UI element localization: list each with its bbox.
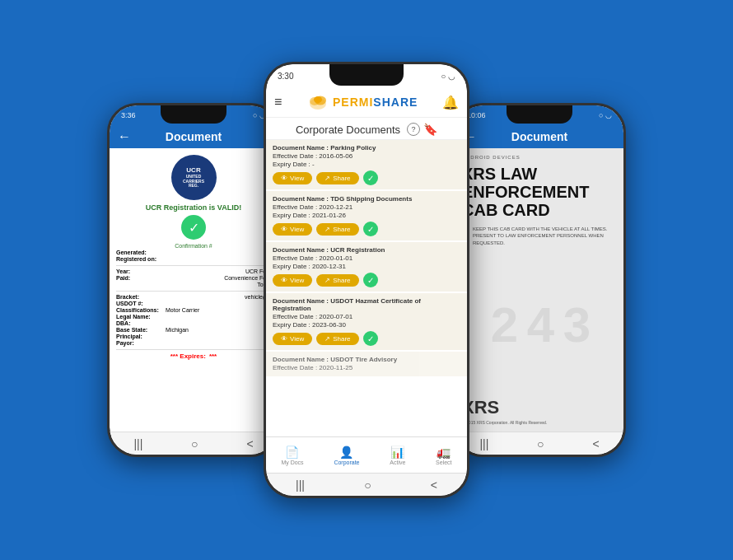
separator-3 <box>116 349 271 350</box>
doc-name-2: Document Name : UCR Registration <box>273 246 460 254</box>
view-btn-1[interactable]: 👁 View <box>273 223 312 236</box>
principal-row: Principal: <box>116 334 271 339</box>
payor-row: Payor: <box>116 340 271 346</box>
ucr-logo-inner: UCR UNITEDCARRIERSREG. <box>183 166 204 188</box>
check-green-3: ✓ <box>363 331 378 346</box>
dba-label: DBA: <box>116 320 166 326</box>
back-icon[interactable]: ← <box>118 129 131 144</box>
right-nav-menu[interactable]: ||| <box>479 437 488 450</box>
phone-left: 3:36 ○ ◡ ← Document UCR UNITEDCARRIERSRE… <box>107 103 280 457</box>
usdot-row: USDOT #: <box>116 301 271 306</box>
share-icon-0: ↗ <box>324 175 330 182</box>
share-btn-2[interactable]: ↗ Share <box>316 274 358 287</box>
bottom-nav-active[interactable]: 📊 Active <box>390 446 405 465</box>
left-time: 3:36 <box>121 111 136 119</box>
share-icon-2: ↗ <box>324 277 330 284</box>
right-nav-back[interactable]: < <box>592 437 599 450</box>
principal-label: Principal: <box>116 334 166 339</box>
check-green-2: ✓ <box>363 273 378 287</box>
doc-actions-0: 👁 View ↗ Share ✓ <box>273 170 460 185</box>
brand-svg-icon <box>306 91 329 114</box>
check-circle: ✓ <box>181 215 206 240</box>
doc-name-4: Document Name : USDOT Tire Advisory <box>273 356 460 363</box>
payor-label: Payor: <box>116 340 166 346</box>
share-btn-1[interactable]: ↗ Share <box>316 223 358 236</box>
eye-icon-3: 👁 <box>281 335 287 343</box>
center-screen: 3:30 ○ ◡ ≡ PERMISHARE <box>266 64 467 496</box>
right-screen: 10:06 ○ ◡ ← Document ANDROID DEVICES XRS… <box>455 105 623 455</box>
bottom-nav-select[interactable]: 🚛 Select <box>436 446 451 465</box>
view-btn-2[interactable]: 👁 View <box>273 274 312 287</box>
active-icon: 📊 <box>390 446 404 459</box>
doc-item-2: Document Name : UCR Registration Effecti… <box>266 242 467 292</box>
center-nav-back[interactable]: < <box>431 478 437 492</box>
left-header: ← Document <box>110 125 278 148</box>
right-nav-home[interactable]: ○ <box>537 437 544 450</box>
doc-item-4: Document Name : USDOT Tire Advisory Effe… <box>266 352 467 376</box>
generated-row: Generated: <box>116 250 271 255</box>
generated-label: Generated: <box>116 250 166 255</box>
left-header-title: Document <box>166 130 222 143</box>
separator-2 <box>116 291 271 292</box>
xrs-logo-text: XRS <box>462 397 617 418</box>
help-icon[interactable]: ? <box>407 123 420 136</box>
center-bottom-nav: 📄 My Docs 👤 Corporate 📊 Active 🚛 Select <box>266 436 467 473</box>
separator-1 <box>116 265 271 266</box>
paid-label: Paid: <box>116 275 166 281</box>
right-status-icons: ○ ◡ <box>599 111 612 119</box>
center-nav-home[interactable]: ○ <box>364 478 371 492</box>
doc-name-0: Document Name : Parking Policy <box>273 144 460 152</box>
center-top-bar: ≡ PERMISHARE 🔔 <box>266 87 467 118</box>
phone-center: 3:30 ○ ◡ ≡ PERMISHARE <box>264 62 469 498</box>
doc-actions-2: 👁 View ↗ Share ✓ <box>273 273 460 287</box>
conf-num: Confirmation # <box>175 243 212 249</box>
dba-row: DBA: <box>116 320 271 326</box>
share-btn-3[interactable]: ↗ Share <box>316 333 358 345</box>
center-notch <box>329 64 404 86</box>
corporate-label: Corporate <box>334 460 359 465</box>
center-nav-menu[interactable]: ||| <box>296 478 305 492</box>
bottom-nav-mydocs[interactable]: 📄 My Docs <box>281 446 303 465</box>
doc-effective-4: Effective Date : 2020-11-25 <box>273 364 460 371</box>
xrs-big-numbers: 2 4 3 <box>462 253 617 397</box>
brand-share: SHARE <box>373 96 418 109</box>
check-green-1: ✓ <box>363 222 378 236</box>
notification-bell-icon[interactable]: 🔔 <box>442 95 459 110</box>
doc-item-1: Document Name : TDG Shipping Documents E… <box>266 191 467 240</box>
base-row: Base State: Michigan <box>116 327 271 333</box>
expires-row: *** Expires: *** <box>170 352 217 360</box>
right-notch <box>507 105 572 124</box>
phone-right: 10:06 ○ ◡ ← Document ANDROID DEVICES XRS… <box>453 103 626 457</box>
doc-name-1: Document Name : TDG Shipping Documents <box>273 195 460 203</box>
doc-actions-3: 👁 View ↗ Share ✓ <box>273 331 460 346</box>
mydocs-icon: 📄 <box>285 446 299 459</box>
doc-expiry-3: Expiry Date : 2023-06-30 <box>273 321 460 329</box>
bottom-nav-corporate[interactable]: 👤 Corporate <box>334 446 359 465</box>
right-header-title: Document <box>511 130 567 143</box>
nav-menu-icon[interactable]: ||| <box>133 437 142 450</box>
doc-effective-2: Effective Date : 2020-01-01 <box>273 254 460 262</box>
total-row: Total: <box>116 282 271 287</box>
year-row: Year: UCR Fee: <box>116 268 271 274</box>
base-value: Michigan <box>166 327 271 333</box>
xrs-copyright: © 2015 XRS Corporation. All Rights Reser… <box>462 420 617 425</box>
share-btn-0[interactable]: ↗ Share <box>316 172 358 184</box>
view-btn-3[interactable]: 👁 View <box>273 333 312 345</box>
section-title-bar: Corporate Documents ? 🔖 <box>266 118 467 140</box>
brand-logo-area: PERMISHARE <box>306 91 418 114</box>
hamburger-icon[interactable]: ≡ <box>274 95 282 110</box>
nav-back-icon[interactable]: < <box>246 437 253 450</box>
view-btn-0[interactable]: 👁 View <box>273 172 312 184</box>
android-label: ANDROID DEVICES <box>462 155 617 160</box>
year-value: UCR Fee: <box>166 268 271 274</box>
select-icon: 🚛 <box>437 446 451 459</box>
brand-perm: PERMI <box>333 96 373 109</box>
doc-item-0: Document Name : Parking Policy Effective… <box>266 140 467 189</box>
expires-stars: *** <box>209 352 217 360</box>
doc-effective-1: Effective Date : 2020-12-21 <box>273 203 460 211</box>
right-nav-bar: ||| ○ < <box>455 432 623 455</box>
center-phone-nav: ||| ○ < <box>266 473 467 496</box>
base-label: Base State: <box>116 327 166 333</box>
nav-home-icon[interactable]: ○ <box>191 437 198 450</box>
bookmark-icon[interactable]: 🔖 <box>423 123 437 136</box>
